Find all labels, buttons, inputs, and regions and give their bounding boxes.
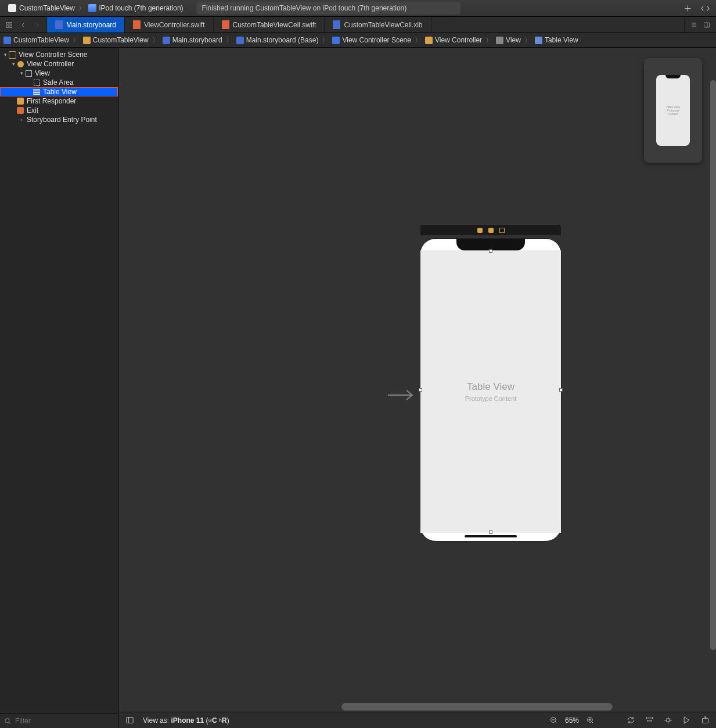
chevron-right-icon: 〉 bbox=[151, 35, 160, 45]
editor-tab-3[interactable]: CustomTableViewCell.xib bbox=[325, 17, 431, 33]
outline-node-safe-area[interactable]: Safe Area bbox=[0, 78, 118, 87]
canvas-scrollbar-vertical[interactable] bbox=[710, 48, 716, 695]
editor-tab-2[interactable]: CustomTableViewCell.swift bbox=[214, 17, 325, 33]
device-icon bbox=[88, 4, 96, 12]
outline-node-table-view[interactable]: Table View bbox=[0, 87, 118, 96]
first-responder-dock-icon[interactable] bbox=[488, 228, 494, 233]
view-icon bbox=[496, 37, 503, 44]
tab-label: CustomTableViewCell.xib bbox=[344, 21, 422, 29]
scheme-selector[interactable]: CustomTableView bbox=[8, 4, 75, 12]
jump-bar[interactable]: CustomTableView〉CustomTableView〉Main.sto… bbox=[0, 33, 716, 48]
outline-tree[interactable]: ▾View Controller Scene▾View Controller▾V… bbox=[0, 48, 118, 713]
canvas-scrollbar-horizontal[interactable] bbox=[237, 703, 713, 711]
svg-rect-3 bbox=[10, 26, 12, 28]
embed-in-button[interactable] bbox=[700, 715, 710, 726]
tab-label: CustomTableViewCell.swift bbox=[233, 21, 316, 29]
fr-icon bbox=[16, 97, 24, 105]
code-review-button[interactable] bbox=[699, 2, 711, 15]
vc-icon bbox=[16, 60, 24, 68]
device-configuration-button[interactable]: View as: iPhone 11 (wC hR) bbox=[143, 716, 229, 725]
outline-node-view[interactable]: ▾View bbox=[0, 69, 118, 78]
library-add-button[interactable] bbox=[681, 2, 694, 15]
disclosure-triangle-icon[interactable]: ▾ bbox=[2, 52, 8, 58]
scene-dock[interactable] bbox=[420, 225, 561, 235]
resolve-constraints-button[interactable] bbox=[681, 715, 692, 726]
outline-filter-bar[interactable] bbox=[0, 713, 118, 728]
outline-node-first-responder[interactable]: First Responder bbox=[0, 96, 118, 106]
outline-node-exit[interactable]: Exit bbox=[0, 106, 118, 115]
document-outline: ▾View Controller Scene▾View Controller▾V… bbox=[0, 48, 118, 728]
jump-bar-label: Main.storyboard (Base) bbox=[246, 36, 319, 44]
toggle-outline-button[interactable] bbox=[124, 715, 135, 726]
outline-node-storyboard-entry-point[interactable]: →Storyboard Entry Point bbox=[0, 115, 118, 124]
nav-back-button[interactable] bbox=[17, 19, 29, 31]
scheme-destination-pill[interactable]: CustomTableView 〉 iPod touch (7th genera… bbox=[5, 2, 187, 14]
view-controller-dock-icon[interactable] bbox=[477, 228, 483, 233]
canvas-bottom-bar: View as: iPhone 11 (wC hR) 65% bbox=[118, 712, 716, 728]
scene-icon bbox=[8, 51, 16, 59]
jump-bar-segment-1[interactable]: CustomTableView bbox=[83, 36, 149, 44]
disclosure-triangle-icon[interactable]: ▾ bbox=[19, 70, 24, 76]
resize-handle-left[interactable] bbox=[419, 388, 422, 392]
jump-bar-label: View Controller bbox=[435, 36, 482, 44]
view-controller-scene[interactable]: Table View Prototype Content bbox=[420, 225, 561, 541]
outline-node-label: First Responder bbox=[27, 97, 76, 105]
zoom-out-button[interactable] bbox=[549, 715, 559, 726]
sb-icon bbox=[163, 37, 170, 44]
exit-icon bbox=[16, 106, 24, 114]
editor-options-button[interactable] bbox=[688, 19, 700, 31]
related-items-button[interactable] bbox=[3, 19, 15, 31]
outline-node-view-controller[interactable]: ▾View Controller bbox=[0, 59, 118, 69]
minimap-scene: Table View Prototype Content bbox=[656, 75, 690, 146]
adjust-editor-button[interactable] bbox=[701, 19, 713, 31]
filter-icon bbox=[3, 717, 12, 725]
outline-node-view-controller-scene[interactable]: ▾View Controller Scene bbox=[0, 50, 118, 59]
jump-bar-segment-5[interactable]: View Controller bbox=[425, 36, 482, 44]
swift-file-icon bbox=[222, 20, 229, 29]
chevron-right-icon: 〉 bbox=[225, 35, 234, 45]
interface-builder-canvas[interactable]: Table View Prototype Content bbox=[118, 48, 716, 712]
chevron-right-icon: 〉 bbox=[484, 35, 494, 45]
jump-bar-segment-4[interactable]: View Controller Scene bbox=[332, 36, 411, 44]
jump-bar-segment-0[interactable]: CustomTableView bbox=[3, 36, 69, 44]
editor-tab-0[interactable]: Main.storyboard bbox=[47, 17, 125, 33]
table-view-subtitle: Prototype Content bbox=[465, 395, 517, 402]
canvas-minimap[interactable]: Table View Prototype Content bbox=[644, 58, 702, 163]
zoom-in-button[interactable] bbox=[585, 715, 595, 726]
size-class-group: (wC hR) bbox=[206, 716, 229, 725]
resize-handle-top[interactable] bbox=[489, 249, 492, 253]
outline-node-label: Storyboard Entry Point bbox=[27, 116, 97, 124]
outline-filter-input[interactable] bbox=[14, 716, 114, 726]
storyboard-entry-arrow[interactable] bbox=[387, 389, 417, 403]
svg-rect-0 bbox=[7, 22, 9, 24]
svg-rect-2 bbox=[7, 26, 9, 28]
editor-tab-1[interactable]: ViewController.swift bbox=[125, 17, 213, 33]
outline-node-label: Table View bbox=[43, 88, 77, 96]
chevron-right-icon: 〉 bbox=[321, 35, 330, 45]
outline-node-label: View Controller Scene bbox=[19, 51, 88, 59]
scheme-name: CustomTableView bbox=[19, 4, 75, 12]
exit-dock-icon[interactable] bbox=[499, 228, 505, 233]
activity-status[interactable]: Finished running CustomTableView on iPod… bbox=[196, 2, 460, 15]
add-constraints-button[interactable] bbox=[663, 715, 673, 726]
chevron-right-icon: 〉 bbox=[413, 35, 423, 45]
svg-point-5 bbox=[5, 718, 9, 722]
align-button[interactable] bbox=[644, 715, 654, 726]
jump-bar-segment-7[interactable]: Table View bbox=[535, 36, 578, 44]
outline-node-label: View bbox=[35, 69, 50, 77]
table-view-title: Table View bbox=[465, 381, 517, 393]
table-view-element[interactable]: Table View Prototype Content bbox=[420, 250, 561, 533]
arrow-icon: → bbox=[16, 116, 24, 124]
jump-bar-segment-2[interactable]: Main.storyboard bbox=[163, 36, 222, 44]
update-frames-button[interactable] bbox=[625, 715, 636, 726]
jump-bar-segment-3[interactable]: Main.storyboard (Base) bbox=[236, 36, 319, 44]
device-frame[interactable]: Table View Prototype Content bbox=[420, 239, 561, 541]
resize-handle-right[interactable] bbox=[559, 388, 563, 392]
zoom-level[interactable]: 65% bbox=[565, 716, 579, 725]
jump-bar-segment-6[interactable]: View bbox=[496, 36, 521, 44]
destination-selector[interactable]: iPod touch (7th generation) bbox=[88, 4, 184, 12]
resize-handle-bottom[interactable] bbox=[489, 530, 492, 534]
svg-rect-10 bbox=[702, 718, 708, 723]
disclosure-triangle-icon[interactable]: ▾ bbox=[10, 61, 16, 67]
nav-forward-button[interactable] bbox=[31, 19, 43, 31]
